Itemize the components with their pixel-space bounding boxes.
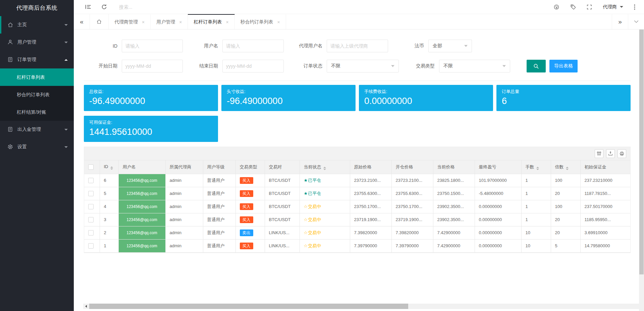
row-checkbox[interactable]: [88, 230, 94, 236]
stat-card-fee-profit: 手续费收益: 0.00000000: [359, 85, 493, 111]
cell-initial-margin: 1185.95950...: [580, 213, 630, 226]
menu-fold-icon[interactable]: [85, 4, 91, 9]
sort-icon[interactable]: [323, 167, 326, 170]
sidebar-item-settings[interactable]: 设置: [0, 138, 74, 156]
row-checkbox[interactable]: [88, 178, 94, 183]
end-date-input[interactable]: [222, 60, 284, 72]
print-button[interactable]: [618, 149, 626, 158]
column-header-status[interactable]: 当前状态: [300, 160, 350, 174]
cell-current-price: 23825.1800...: [433, 174, 475, 187]
sidebar-item-users[interactable]: 用户管理: [0, 34, 74, 51]
close-icon[interactable]: ×: [226, 20, 228, 24]
username-badge[interactable]: 123456@qq.com: [119, 226, 165, 239]
id-input[interactable]: [122, 40, 183, 52]
select-all-checkbox[interactable]: [88, 164, 94, 170]
close-icon[interactable]: ×: [142, 20, 145, 24]
search-input[interactable]: [119, 4, 186, 10]
tab-user-management[interactable]: 用户管理 ×: [151, 14, 188, 29]
column-header-trade-type: 交易类型: [235, 160, 265, 174]
column-header-multiple[interactable]: 倍数: [551, 160, 580, 174]
cell-profit: 0.00000000: [475, 200, 521, 213]
column-header-lots[interactable]: 手数: [521, 160, 551, 174]
tab-home[interactable]: [90, 14, 109, 29]
search-button[interactable]: [527, 60, 546, 72]
horizontal-scrollbar[interactable]: [83, 304, 643, 309]
tag-icon[interactable]: [570, 4, 576, 10]
start-date-input[interactable]: [122, 60, 183, 72]
horizontal-scrollbar-thumb[interactable]: [89, 304, 408, 309]
sidebar-item-leverage-settlement[interactable]: 杠杆结算/对账: [0, 103, 74, 121]
export-button[interactable]: [606, 149, 615, 158]
agent-username-input[interactable]: [327, 40, 388, 52]
app-root: 代理商后台系统 主页 用户管理 订单管理: [0, 0, 644, 311]
username-badge[interactable]: 123456@qq.com: [119, 187, 165, 200]
cell-current-price: 23750.1500...: [433, 187, 475, 200]
tabs-scroll-right-button[interactable]: »: [612, 14, 628, 29]
trade-type-badge: 买入: [240, 243, 253, 249]
row-checkbox[interactable]: [88, 243, 94, 249]
cell-id: 5: [100, 187, 118, 200]
order-icon: [7, 57, 13, 63]
chevron-down-icon: [391, 65, 394, 67]
stat-cards: 总收益: -96.49000000 头寸收益: -96.49000000 手续费…: [84, 85, 631, 142]
sidebar-item-orders[interactable]: 订单管理: [0, 51, 74, 68]
sidebar-scroll-indicator[interactable]: [0, 16, 1, 34]
refresh-icon[interactable]: [101, 4, 107, 10]
sort-icon[interactable]: [566, 167, 569, 170]
filter-columns-button[interactable]: [595, 149, 603, 158]
username-badge[interactable]: 123456@qq.com: [119, 200, 165, 213]
tab-second-contract-order-list[interactable]: 秒合约订单列表 ×: [235, 14, 286, 29]
cell-username: 123456@qq.com: [118, 226, 165, 239]
column-header-id[interactable]: ID: [100, 160, 118, 174]
vertical-scrollbar-thumb[interactable]: [639, 30, 644, 274]
order-status-select[interactable]: 不限: [327, 60, 399, 72]
cell-level: 普通用户: [203, 213, 235, 226]
sidebar-item-home[interactable]: 主页: [0, 16, 74, 34]
cell-current-price: 23902.3500...: [433, 213, 475, 226]
cell-lots: 1: [521, 174, 551, 187]
vertical-scrollbar[interactable]: [639, 30, 644, 311]
cell-original-price: 7.39790000: [350, 239, 391, 252]
filter-row-1: ID 用户名 代理用户名 法币 全部: [84, 40, 631, 52]
cell-agent: admin: [165, 187, 203, 200]
trade-type-select[interactable]: 不限: [439, 60, 510, 72]
row-checkbox[interactable]: [88, 191, 94, 196]
tabs-scroll-left-button[interactable]: «: [74, 14, 90, 29]
tab-leverage-order-list[interactable]: 杠杆订单列表 ×: [188, 14, 234, 29]
user-menu[interactable]: 代理商: [603, 4, 623, 10]
close-icon[interactable]: ×: [179, 20, 182, 24]
fiat-select[interactable]: 全部: [428, 40, 472, 52]
star-icon: ☆: [304, 217, 308, 222]
row-checkbox[interactable]: [88, 217, 94, 222]
cell-current-price: 7.42900000: [433, 239, 475, 252]
more-options-icon[interactable]: [634, 4, 635, 10]
cell-profit: -5.48000000: [475, 187, 521, 200]
username-badge[interactable]: 123456@qq.com: [119, 174, 165, 187]
sidebar-item-leverage-order-list[interactable]: 杠杆订单列表: [0, 68, 74, 86]
theme-palette-icon[interactable]: [553, 4, 559, 10]
fullscreen-icon[interactable]: [587, 4, 592, 10]
username-input[interactable]: [222, 40, 284, 52]
scroll-left-arrow-icon[interactable]: [83, 304, 89, 309]
row-checkbox[interactable]: [88, 204, 94, 209]
close-icon[interactable]: ×: [277, 20, 280, 24]
cell-status: ☆交易中: [300, 239, 350, 252]
username-badge[interactable]: 123456@qq.com: [119, 240, 165, 252]
tab-label: 用户管理: [156, 19, 175, 25]
cell-id: 1: [100, 239, 118, 252]
sidebar-item-second-contract-order-list[interactable]: 秒合约订单列表: [0, 86, 74, 103]
tabs-menu-button[interactable]: [628, 14, 644, 29]
chevron-down-icon: [64, 24, 68, 26]
page-content: ID 用户名 代理用户名 法币 全部: [74, 30, 644, 311]
star-icon: ★: [304, 178, 308, 183]
tab-agent-management[interactable]: 代理商管理 ×: [109, 14, 151, 29]
sort-icon[interactable]: [110, 166, 113, 170]
sort-icon[interactable]: [536, 167, 539, 170]
chevron-up-icon: [64, 59, 68, 61]
export-table-button[interactable]: 导出表格: [549, 60, 578, 72]
username-badge[interactable]: 123456@qq.com: [119, 213, 165, 226]
status-badge: ☆交易中: [304, 243, 321, 248]
cell-original-price: 23723.2100...: [350, 174, 391, 187]
sidebar-item-funds[interactable]: 出入金管理: [0, 121, 74, 138]
cell-pair: BTC/USDT: [265, 174, 300, 187]
